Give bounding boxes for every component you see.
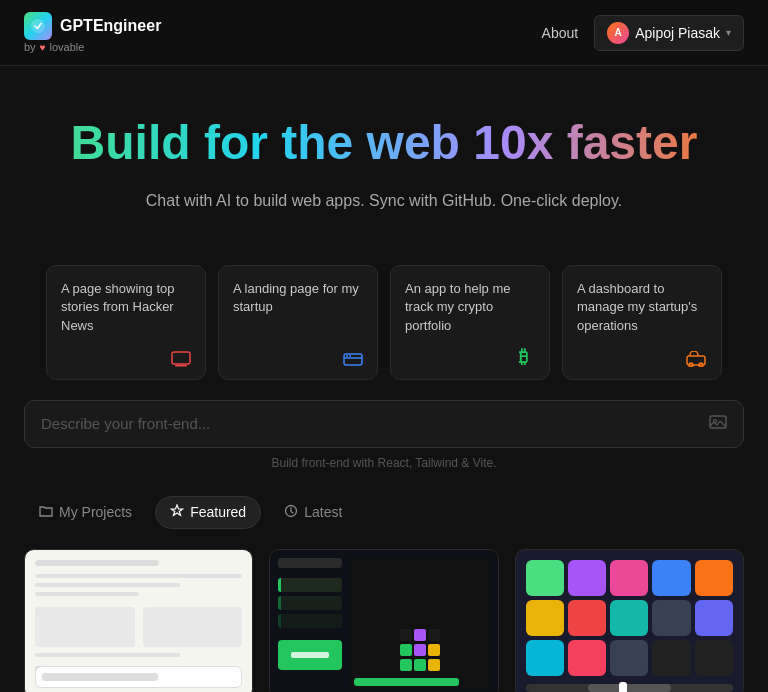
prompt-card-1-icon: [61, 351, 191, 367]
hero-title: Build for the web 10x faster: [24, 114, 744, 172]
clock-icon: [284, 504, 298, 521]
prompt-card-4-icon: [577, 351, 707, 367]
user-avatar: A: [607, 22, 629, 44]
project-card-2[interactable]: dark-tetris-dreamscape... Created by @Pf…: [269, 549, 498, 692]
hero-subtitle: Chat with AI to build web apps. Sync wit…: [24, 188, 744, 214]
input-hint: Build front-end with React, Tailwind & V…: [24, 456, 744, 470]
logo-subtitle: by ♥ lovable: [24, 41, 161, 53]
prompt-card-3-icon: ₿: [405, 347, 535, 367]
hero-section: Build for the web 10x faster Chat with A…: [0, 66, 768, 241]
logo-text: GPTEngineer: [60, 17, 161, 35]
prompt-card-1[interactable]: A page showing top stories from Hacker N…: [46, 265, 206, 380]
navbar: GPTEngineer by ♥ lovable About A Apipoj …: [0, 0, 768, 66]
tab-featured-label: Featured: [190, 504, 246, 520]
projects-grid: note-taggle Created by @themounthead: [0, 541, 768, 692]
prompt-card-1-text: A page showing top stories from Hacker N…: [61, 280, 191, 339]
svg-point-5: [349, 355, 351, 357]
svg-point-0: [31, 19, 45, 33]
svg-rect-2: [175, 365, 187, 367]
svg-rect-10: [710, 416, 726, 428]
prompt-cards-container: A page showing top stories from Hacker N…: [0, 241, 768, 392]
describe-input[interactable]: [41, 415, 709, 432]
navbar-brand: GPTEngineer by ♥ lovable: [24, 12, 161, 53]
tab-my-projects[interactable]: My Projects: [24, 496, 147, 528]
logo[interactable]: GPTEngineer: [24, 12, 161, 40]
project-thumbnail-3: [515, 549, 744, 692]
svg-text:₿: ₿: [519, 347, 528, 367]
project-thumbnail-1: [24, 549, 253, 692]
user-menu-button[interactable]: A Apipoj Piasak ▾: [594, 15, 744, 51]
prompt-card-3-text: An app to help me track my crypto portfo…: [405, 280, 535, 335]
project-card-1[interactable]: note-taggle Created by @themounthead: [24, 549, 253, 692]
image-upload-icon[interactable]: [709, 413, 727, 435]
prompt-card-4[interactable]: A dashboard to manage my startup's opera…: [562, 265, 722, 380]
project-thumbnail-2: [269, 549, 498, 692]
input-section: Build front-end with React, Tailwind & V…: [0, 392, 768, 476]
tabs-section: My Projects Featured Latest: [0, 476, 768, 541]
svg-rect-1: [172, 352, 190, 364]
tab-my-projects-label: My Projects: [59, 504, 132, 520]
project-card-3[interactable]: musicwave-harmony Created by @zyvECzxVjf…: [515, 549, 744, 692]
user-name: Apipoj Piasak: [635, 25, 720, 41]
prompt-card-4-text: A dashboard to manage my startup's opera…: [577, 280, 707, 339]
heart-icon: ♥: [40, 42, 46, 53]
prompt-card-2-text: A landing page for my startup: [233, 280, 363, 339]
prompt-card-3[interactable]: An app to help me track my crypto portfo…: [390, 265, 550, 380]
about-link[interactable]: About: [542, 25, 579, 41]
prompt-card-2-icon: [233, 351, 363, 367]
svg-point-4: [346, 355, 348, 357]
navbar-right: About A Apipoj Piasak ▾: [542, 15, 744, 51]
tab-latest-label: Latest: [304, 504, 342, 520]
input-wrapper: [24, 400, 744, 448]
logo-icon: [24, 12, 52, 40]
folder-icon: [39, 505, 53, 520]
tab-latest[interactable]: Latest: [269, 496, 357, 529]
tab-featured[interactable]: Featured: [155, 496, 261, 529]
prompt-card-2[interactable]: A landing page for my startup: [218, 265, 378, 380]
star-icon: [170, 504, 184, 521]
chevron-down-icon: ▾: [726, 27, 731, 38]
